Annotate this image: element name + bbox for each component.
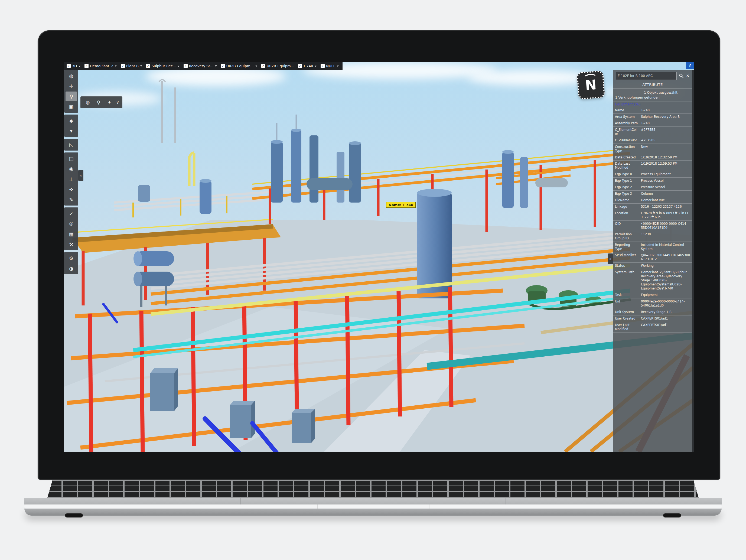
breadcrumb-item[interactable]: ✓ U02B-Equipm... ∨ xyxy=(259,62,296,70)
attribute-row[interactable]: Unit System Recovery Stage 1-B xyxy=(613,309,692,315)
breadcrumb-item[interactable]: ✓ U02B-Equipm... ∨ xyxy=(219,62,259,70)
attribute-row[interactable]: Location E 9678 ft 9 in N 8093 ft 2 in E… xyxy=(613,210,692,221)
chevron-down-icon[interactable]: ∨ xyxy=(78,64,81,67)
selection-summary: 1 Objekt ausgewählt 1 Verknüpfungen gefu… xyxy=(613,88,692,102)
checkbox-checked-icon[interactable]: ✓ xyxy=(321,64,325,68)
breadcrumb-item[interactable]: ✓ NULL ∨ xyxy=(319,62,341,70)
breadcrumb-item[interactable]: ✓ Sulphur Rec... ∨ xyxy=(144,62,182,70)
search-input[interactable] xyxy=(616,72,677,80)
flare-stacks[interactable] xyxy=(159,80,175,143)
attribute-row[interactable]: Status Working xyxy=(613,263,692,269)
attribute-row[interactable]: Task Equipment xyxy=(613,292,692,299)
arrow-tool-icon[interactable]: ↙ xyxy=(65,208,77,218)
table-tool-icon[interactable]: ▦ xyxy=(65,229,77,239)
attribute-label: C_VisibleColor xyxy=(613,137,639,143)
checkbox-checked-icon[interactable]: ✓ xyxy=(183,64,188,68)
attribute-row[interactable]: Reporting Type Included in Material Cont… xyxy=(613,242,692,252)
attribute-row[interactable]: C_ElementColor #2F75B5 xyxy=(613,127,692,137)
attribute-row[interactable]: Linkage 5316 - 12203 23137 4126 xyxy=(613,204,692,210)
attribute-value: New xyxy=(639,144,692,154)
chevron-down-icon[interactable]: ∨ xyxy=(314,64,317,67)
orbit-tool-icon[interactable]: ◍ xyxy=(65,71,77,81)
attribute-rows: Name T-740 Area System Sulphur Recovery … xyxy=(613,107,692,333)
navigation-compass[interactable]: N xyxy=(577,71,605,100)
drop-tool-icon[interactable]: ◆ xyxy=(65,116,77,125)
checkbox-checked-icon[interactable]: ✓ xyxy=(85,64,89,68)
breadcrumb-item[interactable]: ✓ Recovery St... ∨ xyxy=(182,62,219,70)
contrast-tool-icon[interactable]: ◑ xyxy=(65,263,77,273)
walk-mode-icon[interactable]: ⚲ xyxy=(65,91,77,101)
attribute-row[interactable]: Uid 00004e2e-0000-0000-c414-54061fa1a1d0 xyxy=(613,299,692,309)
checkbox-checked-icon[interactable]: ✓ xyxy=(261,64,265,68)
visibility-eye-icon[interactable]: ◉ xyxy=(65,164,77,174)
attribute-value: #2F75B5 xyxy=(639,137,692,143)
measure-tool-icon[interactable]: ◺ xyxy=(65,140,77,149)
chevron-down-icon[interactable]: ∨ xyxy=(337,64,339,67)
laptop-keyboard xyxy=(48,480,698,498)
viewport-3d[interactable]: Name: T-740 N xyxy=(64,62,694,452)
checkbox-checked-icon[interactable]: ✓ xyxy=(121,64,125,68)
attribute-row[interactable]: User Last Modified CAXPERTS01\ad1 xyxy=(613,322,692,333)
checkbox-checked-icon[interactable]: ✓ xyxy=(298,64,302,68)
checkbox-checked-icon[interactable]: ✓ xyxy=(221,64,225,68)
chevron-down-icon[interactable]: ∨ xyxy=(255,64,258,67)
attribute-row[interactable]: Eqp Type 3 Column xyxy=(613,191,692,197)
chevron-down-icon[interactable]: ∨ xyxy=(140,64,142,67)
search-icon[interactable] xyxy=(679,74,684,78)
attribute-row[interactable]: Permission Group ID 11230 xyxy=(613,231,692,242)
attribute-row[interactable]: Date Created 1/19/2018 12:32:59 PM xyxy=(613,155,692,161)
attribute-value: Pressure vessel xyxy=(639,184,692,190)
flyout-chevron-icon[interactable]: ∨ xyxy=(116,100,120,105)
breadcrumb-item[interactable]: ✓ Plant B ∨ xyxy=(119,62,144,70)
attribute-row[interactable]: User Created CAXPERTS01\ad1 xyxy=(613,315,692,322)
laptop-front-edge xyxy=(24,504,722,508)
attribute-row[interactable]: Area System Sulphur Recovery Area-B xyxy=(613,114,692,120)
breadcrumb-item[interactable]: ✓ 3D ∨ xyxy=(65,62,83,70)
collapse-right-tab[interactable]: » xyxy=(608,253,613,264)
chevron-down-icon[interactable]: ∨ xyxy=(177,64,180,67)
attribute-row[interactable]: Eqp Type 1 Process Vessel xyxy=(613,178,692,184)
draw-tool-icon[interactable]: ✎ xyxy=(65,195,77,204)
laptop-bottom-shell xyxy=(24,508,722,515)
attribute-row[interactable]: FileName DemoPlant.vue xyxy=(613,197,692,204)
checkbox-checked-icon[interactable]: ✓ xyxy=(67,64,71,68)
settings-gear-icon[interactable]: ⚙ xyxy=(65,253,77,263)
equipment-category-link[interactable]: Equipment (26) xyxy=(615,102,641,106)
view2-tool-icon[interactable]: ② xyxy=(65,219,77,228)
close-icon[interactable]: ✕ xyxy=(686,74,690,78)
vessel-t740[interactable] xyxy=(417,189,452,299)
orbit-mini-icon[interactable]: ◍ xyxy=(83,98,92,107)
view-cube-icon[interactable]: ▣ xyxy=(65,102,77,112)
chevron-down-icon[interactable]: ∨ xyxy=(115,64,117,67)
attribute-row[interactable]: Assembly Path T-740 xyxy=(613,120,692,127)
breadcrumb-item[interactable]: ✓ T-740 ∨ xyxy=(296,62,319,70)
pipe-bridge[interactable] xyxy=(114,185,262,218)
marker-tool-icon[interactable]: ▾ xyxy=(65,126,77,136)
attribute-row[interactable]: SP3d Moniker @a=002F20014491161465300617… xyxy=(613,252,692,263)
attribute-row[interactable]: Eqp Type 2 Pressure vessel xyxy=(613,184,692,191)
fit-view-icon[interactable]: ✛ xyxy=(65,81,77,91)
attribute-row[interactable]: Construction Type New xyxy=(613,144,692,155)
pin-tool-icon[interactable]: ✜ xyxy=(65,185,77,194)
walk-mini-icon[interactable]: ⚲ xyxy=(94,98,103,107)
align-tool-icon[interactable]: ⊥ xyxy=(65,174,77,184)
chevron-down-icon[interactable]: ∨ xyxy=(215,64,217,67)
attribute-row[interactable]: OID {00004E2E-0000-0000-C414-55D0610A1E1… xyxy=(613,221,692,231)
attribute-row[interactable]: Eqp Type 0 Process Equipment xyxy=(613,171,692,178)
help-button[interactable]: ? xyxy=(686,62,694,69)
tools-icon[interactable]: ⚒ xyxy=(65,240,77,249)
collapse-left-tab[interactable]: « xyxy=(78,170,83,181)
volume-tool-icon[interactable]: □ xyxy=(65,153,77,163)
plant-3d-scene[interactable] xyxy=(64,62,694,452)
yellow-loop-pipes[interactable] xyxy=(189,153,194,186)
attribute-label: Eqp Type 3 xyxy=(613,191,639,197)
person-mini-icon[interactable]: ✦ xyxy=(105,98,114,107)
attribute-row[interactable]: C_VisibleColor #2F75B5 xyxy=(613,137,692,144)
attribute-row[interactable]: Name T-740 xyxy=(613,107,692,114)
attribute-row[interactable]: Date Last Modified 1/19/2018 12:59:53 PM xyxy=(613,161,692,171)
checkbox-checked-icon[interactable]: ✓ xyxy=(146,64,150,68)
category-row: Equipment (26) xyxy=(613,102,692,107)
breadcrumb-item[interactable]: ✓ DemoPlant_2 ∨ xyxy=(83,62,119,70)
column-cluster[interactable] xyxy=(271,115,361,202)
attribute-row[interactable]: System Path DemoPlant_2\Plant B\Sulphur … xyxy=(613,269,692,292)
